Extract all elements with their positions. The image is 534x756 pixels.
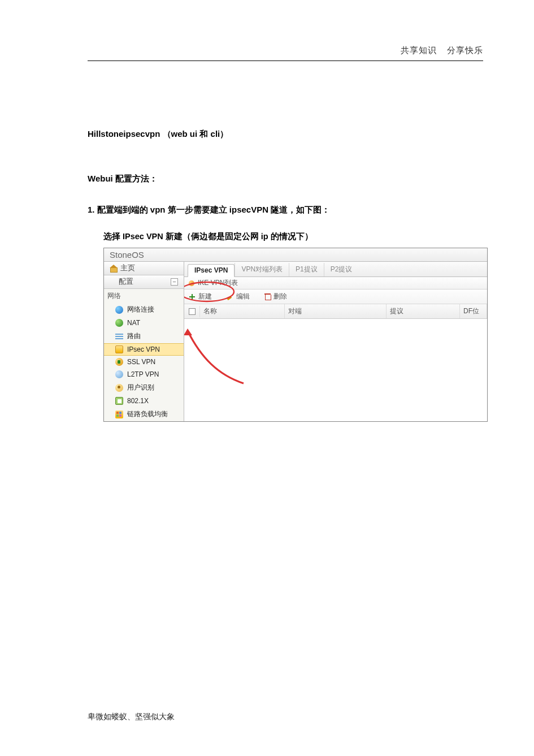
sidebar-item-8021x[interactable]: 802.1X bbox=[104, 395, 184, 407]
dot1x-icon bbox=[115, 397, 123, 405]
sidebar-item-label: SSL VPN bbox=[127, 358, 155, 366]
route-icon bbox=[115, 332, 123, 340]
sidebar-config[interactable]: 配置 − bbox=[104, 275, 184, 289]
col-df[interactable]: DF位 bbox=[460, 304, 487, 318]
new-button-label: 新建 bbox=[198, 292, 212, 301]
tab-bar: IPsec VPN VPN对端列表 P1提议 P2提议 bbox=[184, 262, 487, 277]
page-header: 共享知识分享快乐 bbox=[88, 45, 483, 59]
sidebar-item-route[interactable]: 路由 bbox=[104, 329, 184, 343]
sidebar-group-network: 网络 bbox=[104, 289, 184, 303]
user-icon bbox=[115, 384, 123, 392]
sidebar-item-label: IPsec VPN bbox=[127, 345, 160, 353]
sidebar-item-sslvpn[interactable]: SSL VPN bbox=[104, 356, 184, 368]
sidebar-item-netconn[interactable]: 网络连接 bbox=[104, 303, 184, 317]
home-icon bbox=[110, 265, 117, 272]
doc-title: Hillstoneipsecvpn （web ui 和 cli） bbox=[88, 129, 483, 140]
doc-section: Webui 配置方法： bbox=[88, 174, 483, 184]
sidebar-item-label: 用户识别 bbox=[127, 383, 154, 392]
product-name: StoneOS bbox=[104, 248, 487, 262]
delete-button[interactable]: 删除 bbox=[264, 292, 287, 301]
sidebar-item-nat[interactable]: NAT bbox=[104, 317, 184, 329]
sidebar-home-label: 主页 bbox=[120, 263, 135, 273]
ssl-icon bbox=[115, 358, 123, 366]
svg-marker-1 bbox=[184, 329, 192, 335]
edit-button[interactable]: 编辑 bbox=[227, 292, 250, 301]
subbar-ikevpnlist: IKE VPN列表 bbox=[184, 277, 487, 290]
collapse-icon[interactable]: − bbox=[171, 278, 178, 286]
col-peer[interactable]: 对端 bbox=[285, 304, 387, 318]
sidebar-item-label: 路由 bbox=[127, 331, 141, 341]
subbar-label: IKE VPN列表 bbox=[198, 278, 238, 288]
sidebar: 主页 配置 − 网络 网络连接 NAT 路由 bbox=[104, 262, 184, 421]
edit-button-label: 编辑 bbox=[236, 292, 250, 301]
toolbar: 新建 编辑 删除 bbox=[184, 290, 487, 304]
page-footer: 卑微如蝼蚁、坚强似大象 bbox=[88, 712, 175, 722]
tab-peerlist[interactable]: VPN对端列表 bbox=[235, 263, 289, 277]
sidebar-item-label: 网络连接 bbox=[127, 305, 154, 314]
sidebar-home[interactable]: 主页 bbox=[104, 262, 184, 275]
header-left: 共享知识 bbox=[401, 45, 437, 55]
tab-p1proposal[interactable]: P1提议 bbox=[289, 263, 324, 277]
sidebar-item-ipsecvpn[interactable]: IPsec VPN bbox=[104, 343, 184, 356]
column-header-row: 名称 对端 提议 DF位 bbox=[184, 304, 487, 319]
screenshot-stoneos: StoneOS 主页 配置 − 网络 网络连接 NA bbox=[103, 248, 488, 422]
col-checkbox[interactable] bbox=[184, 306, 200, 317]
tab-p2proposal[interactable]: P2提议 bbox=[324, 263, 359, 277]
sidebar-item-label: L2TP VPN bbox=[127, 370, 159, 378]
sidebar-item-label: 802.1X bbox=[127, 397, 149, 405]
sidebar-item-label: 链路负载均衡 bbox=[127, 409, 168, 419]
checkbox-icon[interactable] bbox=[189, 308, 196, 315]
tab-ipsecvpn[interactable]: IPsec VPN bbox=[188, 264, 235, 277]
new-button[interactable]: 新建 bbox=[189, 292, 212, 301]
pencil-icon bbox=[227, 293, 233, 300]
sidebar-item-userident[interactable]: 用户识别 bbox=[104, 381, 184, 395]
ipsec-icon bbox=[115, 345, 123, 353]
sidebar-item-l2tpvpn[interactable]: L2TP VPN bbox=[104, 368, 184, 381]
sidebar-item-loadbalance[interactable]: 链路负载均衡 bbox=[104, 407, 184, 421]
l2tp-icon bbox=[115, 370, 123, 378]
sidebar-item-label: NAT bbox=[127, 319, 140, 327]
trash-icon bbox=[264, 293, 271, 300]
delete-button-label: 删除 bbox=[273, 292, 287, 301]
header-rule bbox=[88, 61, 483, 61]
node-icon bbox=[189, 280, 194, 286]
content-area: IPsec VPN VPN对端列表 P1提议 P2提议 IKE VPN列表 新建 bbox=[184, 262, 487, 421]
doc-step: 1. 配置端到端的 vpn 第一步需要建立 ipsecVPN 隧道，如下图： bbox=[88, 205, 483, 215]
nat-icon bbox=[115, 319, 123, 327]
plus-icon bbox=[189, 293, 196, 300]
col-name[interactable]: 名称 bbox=[200, 304, 285, 318]
sidebar-config-label: 配置 bbox=[119, 277, 133, 287]
loadbalance-icon bbox=[115, 411, 123, 418]
col-proposal[interactable]: 提议 bbox=[387, 304, 460, 318]
header-right: 分享快乐 bbox=[447, 45, 483, 55]
globe-icon bbox=[115, 306, 123, 314]
doc-substep: 选择 IPsec VPN 新建（俩边都是固定公网 ip 的情况下） bbox=[103, 231, 483, 242]
